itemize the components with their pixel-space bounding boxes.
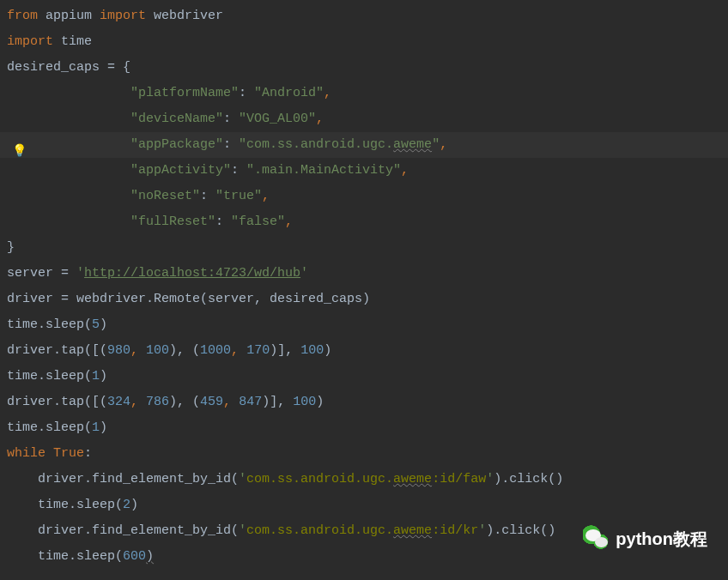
code-line[interactable]: "fullReset": "false", — [0, 209, 728, 235]
code-line[interactable]: time.sleep(1) — [0, 364, 728, 390]
typo-highlight: aweme — [393, 523, 432, 538]
code-line[interactable]: while True: — [0, 441, 728, 467]
code-line[interactable]: import time — [0, 29, 728, 55]
wechat-icon — [583, 525, 610, 553]
code-line[interactable]: "appActivity": ".main.MainActivity", — [0, 158, 728, 184]
code-line[interactable]: "noReset": "true", — [0, 184, 728, 209]
code-line[interactable]: from appium import webdriver — [0, 3, 728, 29]
typo-highlight: aweme — [393, 137, 432, 152]
keyword-import: import — [7, 34, 53, 49]
code-line-active[interactable]: 💡 "appPackage": "com.ss.android.ugc.awem… — [0, 132, 728, 158]
watermark: python教程 — [583, 525, 707, 553]
code-editor[interactable]: from appium import webdriver import time… — [0, 0, 728, 570]
code-line[interactable]: time.sleep(2) — [0, 492, 728, 518]
code-line[interactable]: "platformName": "Android", — [0, 81, 728, 106]
keyword-import: import — [100, 9, 146, 23]
code-line[interactable]: driver.find_element_by_id('com.ss.androi… — [0, 467, 728, 492]
code-line[interactable]: time.sleep(5) — [0, 312, 728, 338]
code-line[interactable]: } — [0, 235, 728, 261]
keyword-while: while — [7, 446, 53, 461]
code-line[interactable]: desired_caps = { — [0, 55, 728, 81]
code-line[interactable]: "deviceName": "VOG_AL00", — [0, 106, 728, 132]
intention-bulb-icon[interactable]: 💡 — [12, 138, 24, 150]
watermark-text: python教程 — [616, 526, 707, 552]
keyword-from: from — [7, 9, 38, 23]
code-line[interactable]: driver = webdriver.Remote(server, desire… — [0, 287, 728, 312]
code-line[interactable]: driver.tap([(980, 100), (1000, 170)], 10… — [0, 338, 728, 364]
typo-highlight: aweme — [393, 472, 432, 486]
url-link[interactable]: http://localhost:4723/wd/hub — [84, 266, 300, 281]
code-line[interactable]: server = 'http://localhost:4723/wd/hub' — [0, 261, 728, 287]
code-line[interactable]: driver.tap([(324, 786), (459, 847)], 100… — [0, 390, 728, 415]
code-line[interactable]: time.sleep(1) — [0, 415, 728, 441]
